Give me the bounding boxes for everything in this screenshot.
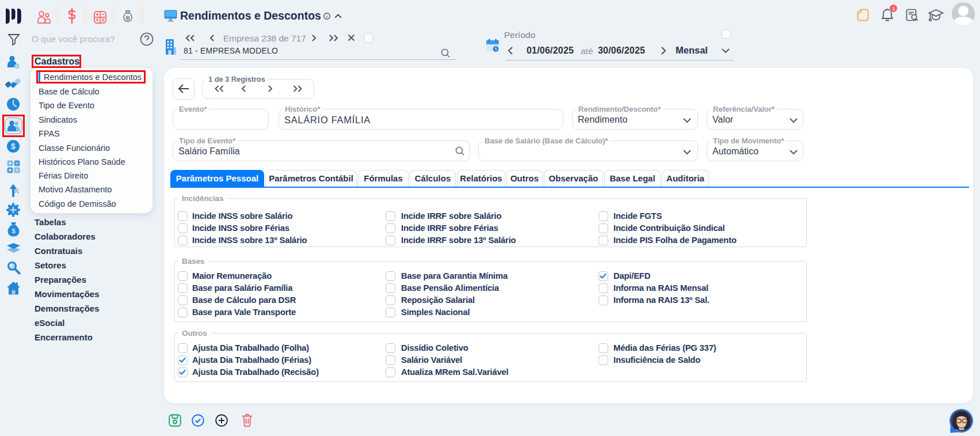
svg-text:$: $ bbox=[11, 142, 16, 151]
svg-text:$: $ bbox=[12, 228, 15, 234]
